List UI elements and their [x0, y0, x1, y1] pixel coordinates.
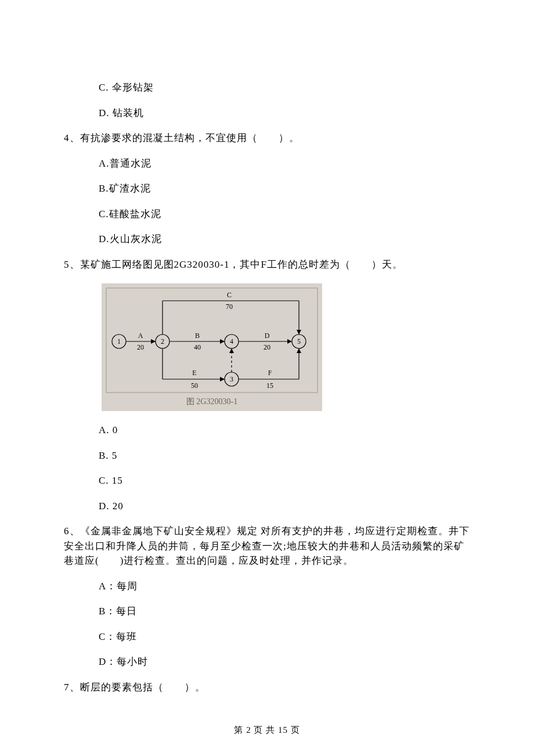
q3-option-c: C. 伞形钻架	[99, 80, 470, 95]
network-diagram-svg: C 70 E 50 F 15 A 20 B 40	[102, 283, 322, 411]
q5-option-b: B. 5	[99, 448, 470, 463]
q5-option-c: C. 15	[99, 473, 470, 488]
svg-text:70: 70	[226, 303, 233, 311]
svg-text:4: 4	[230, 337, 233, 345]
svg-text:1: 1	[117, 337, 121, 345]
q4-text: 4、有抗渗要求的混凝土结构，不宜使用（ ）。	[64, 131, 470, 146]
q5-option-a: A. 0	[99, 423, 470, 438]
svg-text:F: F	[268, 369, 272, 377]
q5-text: 5、某矿施工网络图见图2G320030-1，其中F工作的总时差为（ ）天。	[64, 257, 470, 272]
q3-option-d: D. 钻装机	[99, 106, 470, 121]
svg-text:15: 15	[266, 381, 273, 390]
q6-text: 6、《金属非金属地下矿山安全规程》规定 对所有支护的井巷，均应进行定期检查。井下…	[64, 524, 470, 568]
q7-text: 7、断层的要素包括（ ）。	[64, 680, 470, 695]
svg-text:3: 3	[230, 375, 233, 383]
diagram-caption: 图 2G320030-1	[186, 397, 237, 406]
svg-text:5: 5	[297, 337, 301, 345]
svg-rect-0	[102, 283, 322, 411]
q4-option-b: B.矿渣水泥	[99, 181, 470, 196]
network-diagram: C 70 E 50 F 15 A 20 B 40	[102, 283, 322, 411]
svg-text:D: D	[265, 332, 270, 340]
svg-text:A: A	[138, 332, 143, 340]
svg-text:50: 50	[191, 381, 198, 390]
q5-option-d: D. 20	[99, 499, 470, 514]
q6-option-a: A：每周	[99, 579, 470, 594]
q6-option-c: C：每班	[99, 629, 470, 645]
svg-text:20: 20	[264, 343, 270, 351]
page-footer: 第 2 页 共 15 页	[0, 723, 534, 737]
svg-text:E: E	[192, 369, 196, 377]
svg-text:20: 20	[137, 343, 144, 351]
q6-option-b: B：每日	[99, 604, 470, 619]
svg-text:C: C	[227, 291, 232, 299]
svg-text:B: B	[195, 332, 200, 340]
svg-text:2: 2	[161, 337, 164, 345]
document-page: C. 伞形钻架 D. 钻装机 4、有抗渗要求的混凝土结构，不宜使用（ ）。 A.…	[0, 0, 534, 756]
q4-option-d: D.火山灰水泥	[99, 232, 470, 247]
q6-option-d: D：每小时	[99, 654, 470, 669]
q4-option-c: C.硅酸盐水泥	[99, 207, 470, 222]
q4-option-a: A.普通水泥	[99, 156, 470, 171]
svg-text:40: 40	[194, 343, 201, 351]
